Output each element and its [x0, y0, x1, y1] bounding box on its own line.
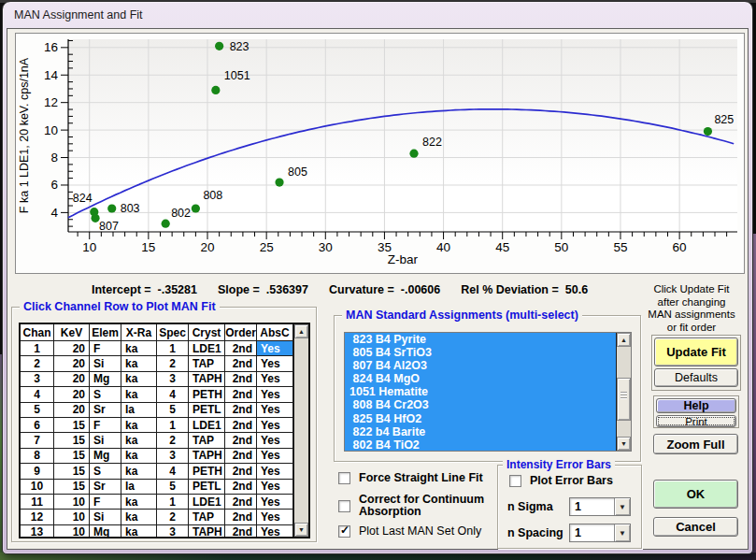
scroll-thumb[interactable] [617, 378, 631, 421]
dialog-client-area: 1015202530354045505560468101214168231051… [7, 28, 749, 550]
point-label-822: 822 [422, 136, 442, 149]
scroll-track[interactable] [294, 338, 308, 523]
table-row[interactable]: 120Fka1LDE12ndYes [21, 341, 293, 356]
assignment-option[interactable]: 807 B4 Al2O3 [345, 359, 616, 372]
table-cell: Yes [257, 495, 293, 509]
table-cell: TAP [189, 433, 225, 447]
column-header: X-Ra [121, 324, 157, 340]
table-cell: 4 [157, 464, 189, 478]
table-cell: 3 [157, 525, 189, 538]
n-spacing-select[interactable]: 1 ▼ [569, 524, 631, 542]
table-row[interactable]: 1210Sika2TAP2ndYes [21, 510, 293, 524]
table-row[interactable]: 1015Srla5PETL2ndYes [21, 480, 293, 495]
point-label-803: 803 [121, 202, 140, 215]
channel-table-group: Click Channel Row to Plot MAN Fit ChanKe… [11, 307, 317, 542]
table-row[interactable]: 915Ska4PETH2ndYes [21, 464, 293, 479]
table-cell: 10 [54, 495, 90, 509]
table-cell: 4 [157, 387, 189, 401]
table-cell: Si [90, 510, 121, 524]
table-row[interactable]: 615Fka1LDE12ndYes [21, 418, 293, 433]
table-row[interactable]: 1310Mgka3TAPH2ndYes [21, 525, 293, 538]
assignments-list: 823 B4 Pyrite 805 B4 SrTiO3 807 B4 Al2O3… [344, 332, 632, 452]
svg-text:16: 16 [44, 40, 58, 54]
chevron-down-icon[interactable]: ▼ [614, 524, 630, 541]
table-cell: LDE1 [189, 341, 225, 355]
assignments-group: MAN Standard Assignments (multi-select) … [334, 315, 641, 462]
cancel-button[interactable]: Cancel [653, 517, 738, 537]
assignment-option[interactable]: 808 B4 Cr2O3 [345, 398, 616, 411]
table-row[interactable]: 520Srla5PETL2ndYes [21, 403, 293, 418]
table-cell: ka [121, 449, 157, 463]
update-fit-button[interactable]: Update Fit [654, 337, 738, 366]
man-assignment-dialog: MAN Assignment and Fit 10152025303540455… [2, 1, 753, 554]
table-cell: 2nd [225, 433, 257, 447]
assignment-option[interactable]: 823 B4 Pyrite [345, 333, 616, 346]
svg-text:15: 15 [141, 240, 155, 254]
table-cell: F [90, 495, 121, 509]
table-cell: LDE1 [189, 418, 225, 432]
table-row[interactable]: 420Ska4PETH2ndYes [21, 387, 293, 402]
print-button[interactable]: Print [656, 415, 736, 427]
table-cell: TAPH [189, 449, 225, 463]
table-row[interactable]: 1110Fka1LDE12ndYes [21, 495, 293, 510]
table-cell: 10 [54, 510, 90, 524]
fit-stat: Intercept =-.35281 [92, 283, 197, 296]
plot-last-man-set-label: Plot Last MAN Set Only [359, 525, 481, 538]
assignment-option[interactable]: 802 B4 TiO2 [345, 438, 616, 451]
continuum-absorption-checkbox[interactable]: ✓ [338, 500, 350, 512]
svg-text:10: 10 [44, 123, 58, 137]
defaults-button[interactable]: Defaults [654, 368, 738, 387]
table-cell: 5 [21, 403, 54, 417]
table-cell: Sr [90, 403, 121, 417]
channel-grid: ChanKeVElemX-RaSpecCrystOrderAbsC120Fka1… [21, 324, 293, 537]
scroll-down-button[interactable]: ▼ [294, 523, 308, 537]
ok-button[interactable]: OK [653, 480, 738, 509]
titlebar[interactable]: MAN Assignment and Fit [3, 2, 752, 27]
table-cell: 3 [157, 449, 189, 463]
column-header: Chan [21, 324, 54, 340]
table-row[interactable]: 220Sika2TAP2ndYes [21, 356, 293, 371]
plot-error-bars-checkbox[interactable]: ✓ [509, 475, 521, 487]
assignment-option[interactable]: 822 b4 Barite [345, 425, 616, 438]
point-label-805: 805 [288, 165, 307, 179]
table-cell: Yes [257, 510, 293, 524]
svg-text:25: 25 [260, 240, 274, 254]
table-cell: 20 [54, 356, 90, 370]
point-label-807: 807 [99, 220, 119, 233]
table-cell: 10 [54, 525, 90, 538]
n-sigma-select[interactable]: 1 ▼ [569, 497, 631, 516]
channel-table: ChanKeVElemX-RaSpecCrystOrderAbsC120Fka1… [19, 323, 310, 538]
scroll-up-button[interactable]: ▲ [617, 333, 631, 347]
assignment-option[interactable]: 1051 Hematite [345, 385, 616, 398]
zoom-full-button[interactable]: Zoom Full [653, 434, 738, 454]
table-cell: 2nd [225, 356, 257, 370]
scroll-up-button[interactable]: ▲ [294, 324, 308, 338]
svg-text:6: 6 [50, 178, 58, 192]
chevron-down-icon[interactable]: ▼ [614, 498, 630, 515]
table-row[interactable]: 320Mgka3TAPH2ndYes [21, 372, 293, 387]
table-cell: 2nd [225, 525, 257, 538]
table-cell: S [90, 387, 121, 401]
svg-text:45: 45 [495, 240, 509, 254]
assignment-option[interactable]: 824 B4 MgO [345, 372, 616, 385]
table-row[interactable]: 715Sika2TAP2ndYes [21, 433, 293, 448]
help-button[interactable]: Help [656, 398, 736, 413]
assignment-option[interactable]: 805 B4 SrTiO3 [345, 346, 616, 359]
svg-text:8: 8 [50, 151, 58, 165]
table-cell: PETH [189, 464, 225, 478]
force-straight-line-checkbox[interactable]: ✓ [338, 472, 350, 484]
table-cell: 1 [157, 341, 189, 355]
table-cell: 5 [157, 480, 189, 494]
scroll-down-button[interactable]: ▼ [617, 437, 631, 451]
n-spacing-label: n Spacing [507, 526, 569, 539]
man-fit-chart: 1015202530354045505560468101214168231051… [16, 34, 744, 273]
table-cell: 5 [157, 403, 189, 417]
data-point-822 [409, 150, 418, 158]
table-row[interactable]: 815Mgka3TAPH2ndYes [21, 449, 293, 464]
assignment-option[interactable]: 825 B4 HfO2 [345, 412, 616, 425]
plot-last-man-set-checkbox[interactable]: ✓ [338, 525, 350, 538]
scroll-track[interactable] [617, 347, 631, 437]
table-cell: Mg [90, 372, 121, 386]
data-point-803 [107, 204, 116, 212]
table-cell: TAP [189, 510, 225, 524]
